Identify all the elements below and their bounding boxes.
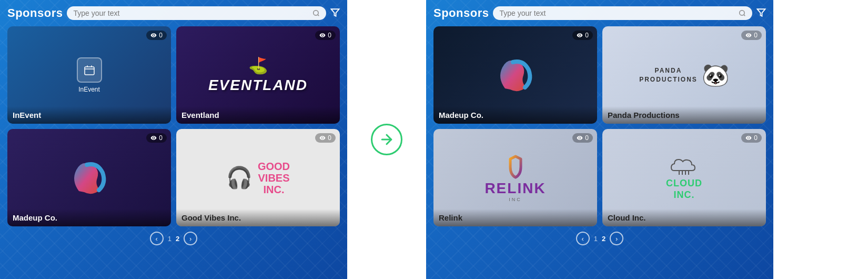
search-icon xyxy=(312,9,320,17)
left-page-1[interactable]: 1 xyxy=(168,235,171,243)
right-page-1[interactable]: 1 xyxy=(594,235,598,243)
left-pagination: ‹ 1 2 › xyxy=(7,232,340,245)
card-inevent[interactable]: 0 InEvent InEvent xyxy=(7,26,171,124)
svg-rect-3 xyxy=(85,67,94,75)
card-cloudinc-badge-count: 0 xyxy=(754,134,758,142)
card-eventland-badge-count: 0 xyxy=(328,32,331,39)
card-inevent-badge: 0 xyxy=(146,31,167,40)
card-madeup2[interactable]: 0 Madeup Co. xyxy=(433,26,597,124)
svg-marker-2 xyxy=(331,9,339,16)
card-cloudinc-label: Cloud Inc. xyxy=(602,209,766,226)
left-filter-button[interactable] xyxy=(330,8,340,19)
card-cloudinc-badge: 0 xyxy=(741,133,762,143)
right-cards-grid: 0 Madeup Co. xyxy=(433,26,766,226)
card-goodvibes-badge-count: 0 xyxy=(328,134,331,142)
svg-point-5 xyxy=(740,11,744,15)
svg-marker-7 xyxy=(758,9,765,16)
card-eventland[interactable]: 0 ⛳ EVENTLAND Eventland xyxy=(176,26,340,124)
left-panel: Sponsors 0 InEvent InEvent xyxy=(0,0,347,279)
svg-line-6 xyxy=(744,15,745,16)
left-search-input[interactable] xyxy=(73,9,309,17)
card-panda-badge: 0 xyxy=(741,31,762,40)
card-relink-label: Relink xyxy=(433,209,597,226)
right-panel: Sponsors 0 xyxy=(426,0,773,279)
right-search-bar[interactable] xyxy=(493,6,752,20)
card-eventland-label: Eventland xyxy=(176,106,340,124)
card-madeup2-label: Madeup Co. xyxy=(433,106,597,124)
right-panel-title: Sponsors xyxy=(433,6,489,20)
right-pagination: ‹ 1 2 › xyxy=(433,232,766,245)
card-cloudinc[interactable]: 0 CLOUDINC. Cloud Inc. xyxy=(602,129,766,226)
right-prev-button[interactable]: ‹ xyxy=(576,232,590,245)
arrow-circle xyxy=(371,124,402,155)
card-madeup-label: Madeup Co. xyxy=(7,209,171,226)
left-panel-title: Sponsors xyxy=(7,6,63,20)
card-panda-badge-count: 0 xyxy=(754,32,758,39)
card-panda[interactable]: 0 PANDAPRODUCTIONS 🐼 Panda Productions xyxy=(602,26,766,124)
right-page-2[interactable]: 2 xyxy=(602,235,605,243)
card-goodvibes-badge: 0 xyxy=(315,133,336,143)
arrow-connector xyxy=(347,0,426,279)
card-relink-badge-count: 0 xyxy=(585,134,589,142)
right-filter-icon xyxy=(756,8,766,17)
svg-point-0 xyxy=(314,11,318,15)
right-search-icon xyxy=(739,9,746,17)
card-panda-label: Panda Productions xyxy=(602,106,766,124)
card-goodvibes[interactable]: 0 🎧 GOODVIBESINC. Good Vibes Inc. xyxy=(176,129,340,226)
card-relink[interactable]: 0 RELINK INC Relink xyxy=(433,129,597,226)
filter-icon xyxy=(330,8,340,17)
arrow-right-icon xyxy=(379,132,395,147)
card-madeup[interactable]: 0 Madeup Co. xyxy=(7,129,171,226)
left-search-bar[interactable] xyxy=(67,6,326,20)
left-cards-grid: 0 InEvent InEvent 0 ⛳ EVENTLAND Eventlan… xyxy=(7,26,340,226)
card-madeup-badge: 0 xyxy=(146,133,167,143)
card-inevent-label: InEvent xyxy=(7,106,171,124)
card-madeup-badge-count: 0 xyxy=(159,134,163,142)
right-search-input[interactable] xyxy=(499,9,735,17)
card-relink-badge: 0 xyxy=(572,133,593,143)
card-madeup2-badge: 0 xyxy=(572,31,593,40)
svg-line-1 xyxy=(318,15,319,16)
left-header: Sponsors xyxy=(7,6,340,20)
card-madeup2-badge-count: 0 xyxy=(585,32,589,39)
card-eventland-badge: 0 xyxy=(315,31,336,40)
left-next-button[interactable]: › xyxy=(184,232,197,245)
card-goodvibes-label: Good Vibes Inc. xyxy=(176,209,340,226)
card-inevent-badge-count: 0 xyxy=(159,32,163,39)
left-prev-button[interactable]: ‹ xyxy=(150,232,164,245)
right-next-button[interactable]: › xyxy=(610,232,623,245)
right-filter-button[interactable] xyxy=(756,8,766,19)
right-header: Sponsors xyxy=(433,6,766,20)
left-page-2[interactable]: 2 xyxy=(176,235,179,243)
